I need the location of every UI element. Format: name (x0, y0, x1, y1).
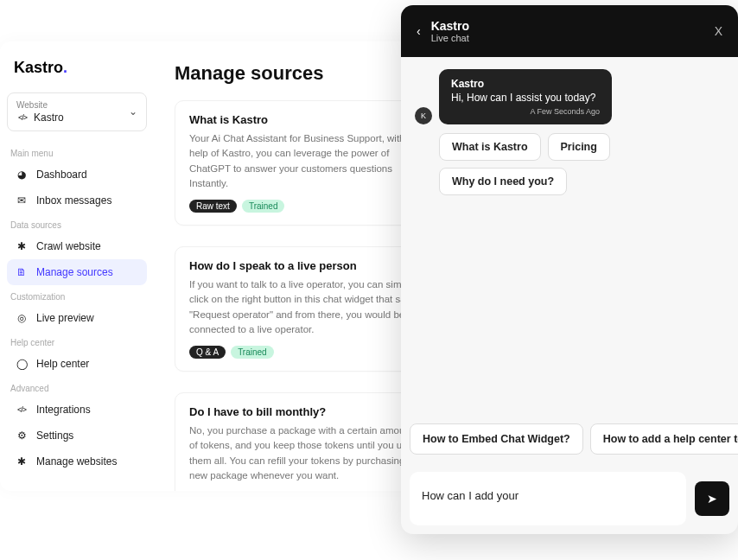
state-tag: Trained (242, 200, 285, 213)
section-advanced: Advanced (7, 377, 147, 397)
integrations-icon (16, 405, 28, 414)
websites-icon: ✱ (16, 455, 28, 468)
nav-integrations[interactable]: Integrations (7, 397, 147, 423)
site-selector-value: Kastro (34, 111, 64, 124)
eye-icon: ◎ (16, 312, 28, 324)
chat-header: ‹ Kastro Live chat X (401, 5, 738, 57)
bot-message: K Kastro Hi, How can I assist you today?… (439, 69, 612, 124)
nav-dashboard[interactable]: ◕ Dashboard (7, 162, 147, 188)
chat-input[interactable]: How can I add your (410, 472, 686, 525)
send-button[interactable]: ➤ (695, 481, 729, 516)
section-main-menu: Main menu (7, 142, 147, 162)
brand-logo: Kastro. (7, 48, 147, 92)
state-tag: Trained (231, 346, 274, 359)
nav-help-center-label: Help center (36, 358, 89, 370)
chat-title: Kastro (431, 19, 704, 33)
nav-live-preview-label: Live preview (36, 312, 94, 324)
suggestion-chip[interactable]: How to Embed Chat Widget? (410, 423, 583, 455)
section-help-center: Help center (7, 331, 147, 351)
nav-settings[interactable]: ⚙ Settings (7, 423, 147, 449)
back-icon[interactable]: ‹ (417, 24, 421, 38)
card-body: Your Ai Chat Assistant for Business Supp… (189, 131, 423, 191)
bot-avatar: K (415, 107, 432, 124)
quick-reply[interactable]: What is Kastro (439, 133, 541, 161)
suggestion-row: How to Embed Chat Widget? How to add a h… (401, 423, 738, 463)
nav-manage-sources-label: Manage sources (36, 266, 113, 278)
crawl-icon: ✱ (16, 240, 28, 252)
section-customization: Customization (7, 285, 147, 305)
site-selector[interactable]: Website Kastro ⌄ (7, 92, 147, 131)
type-tag: Q & A (189, 346, 226, 359)
chat-subtitle: Live chat (431, 33, 704, 43)
section-data-sources: Data sources (7, 213, 147, 233)
nav-inbox[interactable]: ✉ Inbox messages (7, 188, 147, 213)
brand-dot: . (63, 59, 67, 76)
nav-inbox-label: Inbox messages (36, 194, 111, 207)
brand-name: Kastro (14, 59, 63, 76)
chat-input-row: How can I add your ➤ (401, 463, 738, 534)
chat-widget: ‹ Kastro Live chat X K Kastro Hi, How ca… (401, 5, 738, 534)
suggestion-chip[interactable]: How to add a help center to my (590, 423, 738, 455)
quick-reply[interactable]: Pricing (548, 133, 610, 161)
nav-manage-sources[interactable]: 🗎 Manage sources (7, 259, 147, 285)
bot-time: A Few Seconds Ago (451, 107, 600, 116)
chevron-down-icon: ⌄ (129, 105, 137, 118)
type-tag: Raw text (189, 200, 237, 213)
nav-settings-label: Settings (36, 430, 73, 442)
dashboard-icon: ◕ (16, 169, 28, 181)
nav-crawl-label: Crawl website (36, 240, 101, 252)
bot-text: Hi, How can I assist you today? (451, 92, 600, 104)
nav-help-center[interactable]: ◯ Help center (7, 351, 147, 377)
site-selector-label: Website (16, 100, 137, 110)
close-icon[interactable]: X (715, 24, 722, 38)
nav-integrations-label: Integrations (36, 404, 91, 416)
nav-manage-websites-label: Manage websites (36, 455, 117, 468)
nav-live-preview[interactable]: ◎ Live preview (7, 305, 147, 331)
chat-input-value: How can I add your (422, 489, 519, 502)
nav-crawl[interactable]: ✱ Crawl website (7, 233, 147, 259)
gear-icon: ⚙ (16, 430, 28, 442)
inbox-icon: ✉ (16, 194, 28, 207)
nav-manage-websites[interactable]: ✱ Manage websites (7, 449, 147, 474)
card-body: If you want to talk to a live operator, … (189, 277, 423, 337)
nav-dashboard-label: Dashboard (36, 169, 87, 181)
sources-icon: 🗎 (16, 266, 28, 278)
chat-body: K Kastro Hi, How can I assist you today?… (401, 57, 738, 423)
help-icon: ◯ (16, 358, 28, 370)
card-body: No, you purchase a package with a certai… (189, 423, 423, 483)
sidebar: Kastro. Website Kastro ⌄ Main menu ◕ Das… (0, 41, 154, 491)
quick-reply[interactable]: Why do I need you? (439, 168, 567, 195)
quick-replies: What is Kastro Pricing Why do I need you… (439, 133, 726, 195)
code-icon (16, 113, 29, 122)
bot-name: Kastro (451, 78, 600, 90)
